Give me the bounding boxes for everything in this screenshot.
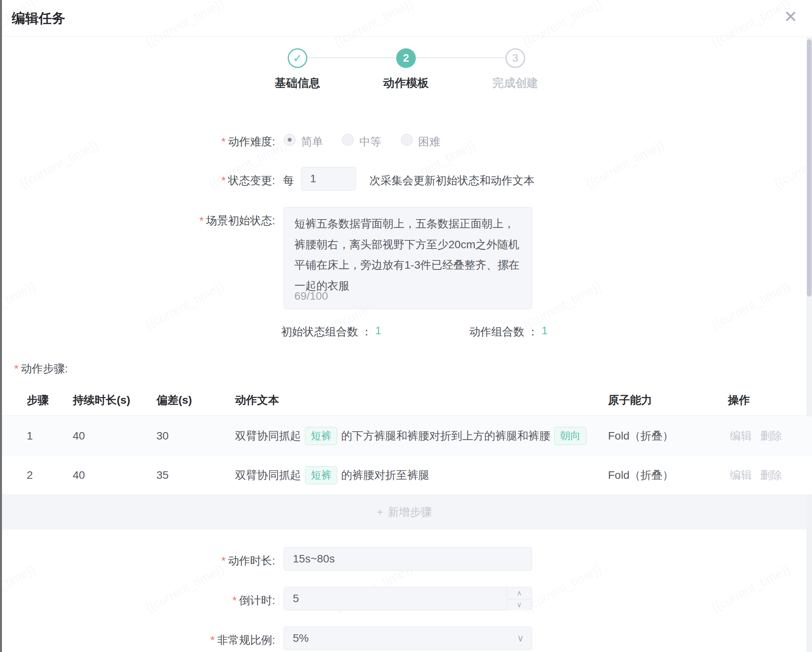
required-mark: *	[221, 555, 226, 567]
unusual-ratio-value: 5%	[293, 632, 309, 645]
state-change-prefix: 每	[283, 173, 294, 188]
number-spinner: ∧ ∨	[507, 588, 531, 610]
stepper-step-1-check-icon: ✓	[288, 48, 307, 68]
stepper-step-3-number: 3	[505, 48, 525, 68]
unusual-ratio-label: * 非常规比例:	[210, 633, 275, 648]
stepper-label-3: 完成创建	[468, 75, 562, 91]
stepper-connector	[308, 57, 396, 58]
action-tag: 朝向	[554, 427, 586, 445]
dialog-title: 编辑任务	[12, 9, 65, 27]
cell-ability: Fold（折叠）	[608, 429, 673, 443]
state-change-input[interactable]: 1	[301, 167, 356, 190]
action-text-fragment: 双臂协同抓起	[235, 429, 301, 443]
required-mark: *	[221, 136, 226, 148]
spinner-up-icon[interactable]: ∧	[507, 588, 531, 599]
cell-step: 2	[27, 469, 33, 482]
initial-state-textarea[interactable]: 短裤五条数据背面朝上，五条数据正面朝上，裤腰朝右，离头部视野下方至少20cm之外…	[284, 207, 532, 309]
duration-input[interactable]: 15s~80s	[284, 547, 532, 571]
countdown-value: 5	[293, 592, 299, 605]
cell-duration: 40	[73, 430, 85, 442]
initial-state-label: * 场景初始状态:	[199, 213, 275, 228]
col-header-text: 动作文本	[235, 393, 279, 408]
modal-backdrop-edge	[0, 0, 2, 652]
action-text-fragment: 双臂协同抓起	[235, 468, 301, 483]
cell-action-text: 双臂协同抓起短裤的裤腰对折至裤腿	[235, 466, 429, 484]
radio-selected[interactable]	[284, 134, 296, 146]
col-header-deviation: 偏差(s)	[156, 393, 192, 408]
action-text-fragment: 的裤腰对折至裤腿	[341, 468, 429, 483]
action-text-fragment: 的下方裤腿和裤腰对折到上方的裤腿和裤腰	[341, 429, 550, 443]
stepper-step-2-number: 2	[396, 48, 416, 68]
required-mark: *	[232, 594, 237, 607]
col-header-step: 步骤	[27, 393, 49, 408]
required-mark: *	[199, 214, 204, 227]
table-header-divider	[2, 416, 806, 416]
countdown-label: * 倒计时:	[232, 593, 275, 608]
initial-combo-count: 初始状态组合数 ： 1	[281, 324, 381, 339]
required-mark: *	[221, 174, 226, 187]
table-row: 14030双臂协同抓起短裤的下方裤腿和裤腰对折到上方的裤腿和裤腰朝向Fold（折…	[0, 416, 812, 456]
stepper-label-1: 基础信息	[250, 75, 345, 91]
cell-ability: Fold（折叠）	[608, 468, 673, 483]
cell-deviation: 35	[156, 469, 169, 482]
col-header-actions: 操作	[728, 393, 750, 408]
initial-state-value: 短裤五条数据背面朝上，五条数据正面朝上，裤腰朝右，离头部视野下方至少20cm之外…	[294, 214, 520, 297]
unusual-ratio-select[interactable]: 5% ∨	[284, 626, 532, 650]
cell-deviation: 30	[156, 430, 169, 442]
stepper-label-2: 动作模板	[359, 75, 453, 91]
col-header-duration: 持续时长(s)	[73, 393, 130, 408]
edit-link[interactable]: 编辑	[730, 468, 752, 483]
spinner-down-icon[interactable]: ∨	[507, 599, 531, 611]
stepper-connector	[416, 57, 505, 58]
state-change-suffix: 次采集会更新初始状态和动作文本	[369, 173, 535, 188]
radio-dot	[288, 138, 292, 142]
header-divider	[2, 36, 806, 37]
action-tag: 短裤	[305, 466, 337, 484]
delete-link[interactable]: 删除	[760, 468, 782, 483]
cell-duration: 40	[73, 469, 85, 482]
radio-option-label[interactable]: 中等	[359, 134, 381, 149]
add-step-label: 新增步骤	[388, 505, 432, 520]
chevron-down-icon: ∨	[517, 633, 524, 644]
radio-unselected[interactable]	[342, 134, 354, 146]
difficulty-label: * 动作难度:	[221, 134, 275, 149]
cell-action-text: 双臂协同抓起短裤的下方裤腿和裤腰对折到上方的裤腿和裤腰朝向	[235, 427, 590, 445]
scrollbar-thumb[interactable]	[807, 39, 812, 297]
action-combo-count: 动作组合数 ： 1	[469, 324, 547, 339]
delete-link[interactable]: 删除	[760, 429, 782, 443]
add-step-button[interactable]: + 新增步骤	[2, 495, 806, 529]
action-tag: 短裤	[305, 427, 337, 445]
table-row: 24035双臂协同抓起短裤的裤腰对折至裤腿Fold（折叠）编辑删除	[0, 456, 812, 495]
radio-unselected[interactable]	[401, 134, 413, 146]
char-counter: 69/100	[294, 290, 328, 302]
radio-option-label[interactable]: 困难	[418, 134, 440, 149]
countdown-input[interactable]: 5 ∧ ∨	[284, 587, 532, 610]
required-mark: *	[14, 363, 18, 375]
required-mark: *	[210, 634, 215, 647]
action-steps-label: * 动作步骤:	[14, 361, 68, 376]
duration-label: * 动作时长:	[221, 553, 275, 568]
col-header-ability: 原子能力	[608, 393, 652, 408]
edit-link[interactable]: 编辑	[730, 429, 752, 443]
cell-step: 1	[27, 430, 33, 442]
state-change-label: * 状态变更:	[221, 173, 275, 188]
radio-option-label[interactable]: 简单	[301, 134, 323, 149]
plus-icon: +	[377, 506, 383, 518]
close-icon[interactable]: ✕	[784, 9, 797, 25]
